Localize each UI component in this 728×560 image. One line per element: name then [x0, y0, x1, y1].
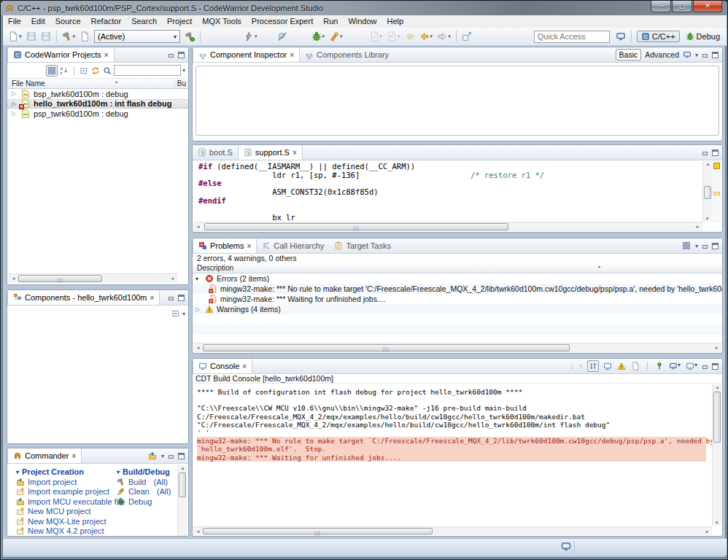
flat-layout-button[interactable]: [46, 65, 58, 77]
close-tab-icon[interactable]: ×: [72, 452, 77, 460]
collapse-all-button[interactable]: [79, 66, 89, 76]
menu-edit[interactable]: Edit: [26, 15, 50, 28]
search-button[interactable]: [102, 66, 112, 76]
tab-console[interactable]: Console ×: [193, 359, 252, 373]
problem-row-mingw32-make-waiting-for-unfin[interactable]: mingw32-make: *** Waiting for unfinished…: [193, 294, 722, 304]
menu-processor-expert[interactable]: Processor Expert: [247, 15, 318, 28]
problem-row-mingw32-make-no-rule-to-make-t[interactable]: mingw32-make: *** No rule to make target…: [193, 284, 722, 294]
view-menu-icon[interactable]: ▾: [182, 311, 185, 317]
quick-access-input[interactable]: [534, 31, 610, 43]
project-row-hello-twrk60d100m-int-flash-debug[interactable]: ▷✕hello_twrk60d100m : int flash debug: [7, 99, 188, 109]
display-console-button[interactable]: ▾: [668, 361, 681, 371]
sort-az-button[interactable]: [59, 66, 69, 76]
open-console-button[interactable]: ▾: [685, 361, 698, 371]
problems-column-header[interactable]: Description ▴: [193, 263, 722, 273]
code-editor[interactable]: #if (defined(__IASMARM__) || defined(__C…: [193, 160, 722, 224]
expander-icon[interactable]: ▾: [195, 276, 202, 282]
console-output[interactable]: **** Build of configuration int flash de…: [193, 384, 722, 527]
view-menu-icon[interactable]: ▾: [161, 453, 164, 459]
menu-file[interactable]: File: [3, 15, 26, 28]
menu-mqx-tools[interactable]: MQX Tools: [197, 15, 247, 28]
maximize-view-button[interactable]: [712, 149, 719, 156]
refresh-button[interactable]: [90, 66, 101, 76]
minimize-view-button[interactable]: [702, 363, 708, 370]
editor-tab-support-s[interactable]: support.S×: [238, 145, 303, 160]
maximize-view-button[interactable]: [178, 52, 185, 58]
save-button[interactable]: [25, 31, 38, 42]
commander-link-new-mqx-4-2-project[interactable]: New MQX 4.2 project: [16, 526, 125, 537]
run-button[interactable]: ▾: [328, 31, 344, 42]
minimize-view-button[interactable]: [702, 149, 708, 156]
maximize-view-button[interactable]: [712, 243, 719, 249]
maximize-view-button[interactable]: [712, 363, 719, 370]
commander-link-new-mqx-lite-project[interactable]: New MQX-Lite project: [16, 516, 125, 526]
open-perspective-button[interactable]: [614, 31, 627, 42]
close-tab-icon[interactable]: ×: [293, 149, 297, 157]
pin-view-icon[interactable]: [683, 50, 692, 59]
maximize-window-button[interactable]: ▢: [672, 1, 692, 12]
column-description[interactable]: Description: [193, 264, 233, 272]
expander-icon[interactable]: ▷: [12, 101, 18, 107]
tab-codewarrior-projects[interactable]: CodeWarrior Projects ×: [7, 47, 115, 62]
clear-console-button[interactable]: [630, 361, 640, 371]
section-header-build-debug[interactable]: ▾Build/Debug: [117, 467, 171, 477]
minimize-window-button[interactable]: —: [651, 1, 671, 12]
tab-target-tasks[interactable]: Target Tasks: [329, 238, 396, 253]
tab-components[interactable]: Components - hello_twrk60d100m ×: [7, 290, 160, 305]
import-export-button[interactable]: [147, 451, 158, 461]
show-stdout-button[interactable]: [603, 361, 613, 371]
minimize-view-button[interactable]: [702, 52, 708, 58]
close-tab-icon[interactable]: ×: [242, 362, 247, 370]
annotation-box-icon[interactable]: [713, 163, 720, 169]
close-tab-icon[interactable]: ×: [290, 51, 294, 59]
problems-hscrollbar[interactable]: ◂|||▸: [193, 343, 721, 352]
console-hscrollbar[interactable]: ◂|||▸: [193, 526, 712, 535]
menu-window[interactable]: Window: [343, 15, 382, 28]
commander-link-clean[interactable]: Clean(All): [117, 487, 171, 497]
view-menu-icon[interactable]: ▾: [695, 52, 698, 58]
view-menu-icon[interactable]: ▾: [695, 243, 698, 249]
perspective-cpp-button[interactable]: C/C++: [637, 31, 680, 42]
tab-call-hierarchy[interactable]: Call Hierarchy: [257, 238, 329, 253]
close-tab-icon[interactable]: ×: [150, 294, 155, 302]
commander-link-import-project[interactable]: Import project: [16, 477, 125, 487]
show-stderr-button[interactable]: [616, 361, 627, 371]
expander-icon[interactable]: ▷: [195, 306, 202, 313]
tab-problems[interactable]: Problems×: [193, 238, 257, 253]
next-annotation-button[interactable]: ▾: [368, 31, 384, 42]
menu-help[interactable]: Help: [382, 15, 409, 28]
build-log-button[interactable]: [78, 31, 91, 42]
minimize-view-button[interactable]: [702, 243, 708, 249]
menu-refactor[interactable]: Refactor: [86, 15, 127, 28]
advanced-button[interactable]: Advanced: [645, 50, 679, 59]
disconnect-button[interactable]: [276, 31, 289, 42]
last-edit-button[interactable]: [403, 31, 417, 42]
view-menu-icon[interactable]: ▾: [182, 67, 185, 74]
scroll-down-button[interactable]: ↓: [569, 361, 575, 371]
menu-search[interactable]: Search: [126, 15, 162, 28]
minimize-view-button[interactable]: [168, 295, 174, 301]
perspective-debug-button[interactable]: Debug: [682, 31, 724, 42]
build-config-combo[interactable]: (Active)▾: [94, 30, 180, 43]
editor-tab-boot-s[interactable]: boot.S: [193, 145, 238, 160]
projects-hscrollbar[interactable]: ◂|||▸: [9, 273, 178, 283]
column-file-name[interactable]: File Name: [7, 79, 45, 88]
basic-button[interactable]: Basic: [616, 49, 642, 61]
link-editor-button[interactable]: [460, 31, 473, 42]
pin-console-button[interactable]: [654, 361, 665, 371]
close-window-button[interactable]: ✕: [693, 1, 722, 12]
tab-commander[interactable]: Commander ×: [7, 448, 82, 463]
title-bar[interactable]: C/C++ - psp_twrk60d100m/PSP_Cortex/suppo…: [1, 1, 727, 15]
expander-icon[interactable]: ▷: [12, 110, 18, 117]
commander-link-build[interactable]: Build(All): [117, 477, 171, 487]
project-row-psp-twrk60d100m-debug[interactable]: ▷psp_twrk60d100m : debug: [7, 109, 188, 119]
annotation-marker-icon[interactable]: [713, 192, 720, 195]
tab-component-inspector[interactable]: Component Inspector×: [193, 47, 300, 62]
problem-group-warnings-4-items[interactable]: ▷Warnings (4 items): [193, 304, 722, 314]
projects-column-header[interactable]: File Name ▴ Bu: [7, 79, 188, 89]
group-by-button[interactable]: [681, 241, 692, 251]
forward-button[interactable]: ▾: [435, 31, 452, 42]
section-header-project-creation[interactable]: ▾Project Creation: [16, 467, 125, 477]
previous-annotation-button[interactable]: ▾: [385, 31, 402, 42]
menu-project[interactable]: Project: [162, 15, 197, 28]
